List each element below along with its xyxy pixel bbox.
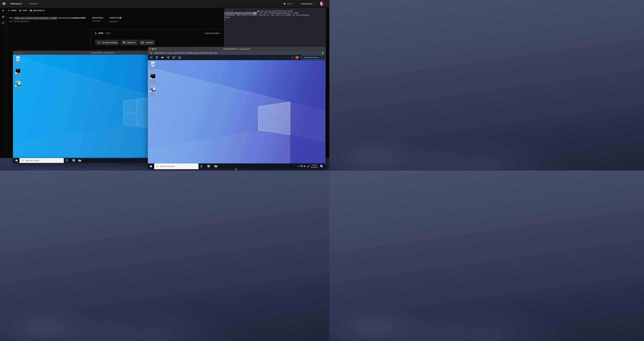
svg-text:1: 1	[322, 166, 322, 168]
